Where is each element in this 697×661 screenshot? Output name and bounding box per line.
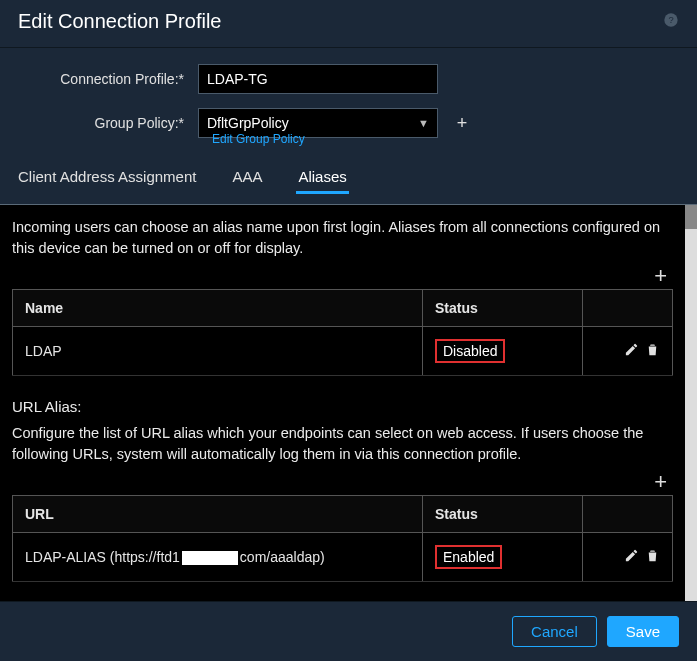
tab-aaa[interactable]: AAA xyxy=(232,158,278,204)
table-row: LDAP-ALIAS (https://ftd1com/aaaldap) Ena… xyxy=(13,533,673,582)
edit-icon[interactable] xyxy=(624,548,639,566)
edit-group-policy-link[interactable]: Edit Group Policy xyxy=(212,132,679,146)
scrollbar[interactable] xyxy=(685,205,697,601)
scrollbar-thumb[interactable] xyxy=(685,205,697,229)
delete-icon[interactable] xyxy=(645,342,660,360)
connection-profile-input[interactable] xyxy=(198,64,438,94)
url-alias-actions-cell xyxy=(583,533,673,582)
tab-bar: Client Address Assignment AAA Aliases xyxy=(0,158,697,205)
chevron-down-icon: ▼ xyxy=(418,117,429,129)
url-alias-toolbar: + xyxy=(12,471,673,495)
aliases-intro-text: Incoming users can choose an alias name … xyxy=(12,217,673,259)
redacted-segment xyxy=(182,551,238,565)
aliases-toolbar: + xyxy=(12,265,673,289)
url-suffix: com/aaaldap) xyxy=(240,549,325,565)
alias-actions-cell xyxy=(583,327,673,376)
svg-text:?: ? xyxy=(668,15,673,25)
cancel-button[interactable]: Cancel xyxy=(512,616,597,647)
url-alias-table: URL Status LDAP-ALIAS (https://ftd1com/a… xyxy=(12,495,673,582)
modal-title: Edit Connection Profile xyxy=(18,10,221,33)
aliases-col-status: Status xyxy=(423,290,583,327)
add-alias-button[interactable]: + xyxy=(648,265,673,289)
url-alias-heading: URL Alias: xyxy=(12,398,673,415)
connection-profile-row: Connection Profile:* xyxy=(18,64,679,94)
group-policy-label: Group Policy:* xyxy=(18,115,198,131)
table-row: LDAP Disabled xyxy=(13,327,673,376)
url-alias-col-actions xyxy=(583,496,673,533)
url-alias-status-cell: Enabled xyxy=(423,533,583,582)
tab-content-wrap: Incoming users can choose an alias name … xyxy=(0,205,697,601)
tab-client-address-assignment[interactable]: Client Address Assignment xyxy=(18,158,212,204)
url-alias-intro-text: Configure the list of URL alias which yo… xyxy=(12,423,673,465)
alias-status-cell: Disabled xyxy=(423,327,583,376)
form-area: Connection Profile:* Group Policy:* Dflt… xyxy=(0,48,697,152)
help-icon[interactable]: ? xyxy=(663,12,679,32)
add-group-policy-button[interactable]: + xyxy=(450,111,474,135)
modal-footer: Cancel Save xyxy=(0,601,697,661)
url-prefix: LDAP-ALIAS (https://ftd1 xyxy=(25,549,180,565)
status-badge: Enabled xyxy=(435,545,502,569)
url-alias-url-cell: LDAP-ALIAS (https://ftd1com/aaaldap) xyxy=(13,533,423,582)
group-policy-value: DfltGrpPolicy xyxy=(207,115,289,131)
tab-aliases[interactable]: Aliases xyxy=(298,158,362,204)
url-alias-col-url: URL xyxy=(13,496,423,533)
alias-name-cell: LDAP xyxy=(13,327,423,376)
url-alias-col-status: Status xyxy=(423,496,583,533)
aliases-tab-content: Incoming users can choose an alias name … xyxy=(0,205,685,601)
aliases-col-actions xyxy=(583,290,673,327)
status-badge: Disabled xyxy=(435,339,505,363)
aliases-col-name: Name xyxy=(13,290,423,327)
connection-profile-label: Connection Profile:* xyxy=(18,71,198,87)
edit-connection-profile-modal: Edit Connection Profile ? Connection Pro… xyxy=(0,0,697,661)
aliases-table: Name Status LDAP Disabled xyxy=(12,289,673,376)
delete-icon[interactable] xyxy=(645,548,660,566)
edit-icon[interactable] xyxy=(624,342,639,360)
modal-header: Edit Connection Profile ? xyxy=(0,0,697,48)
save-button[interactable]: Save xyxy=(607,616,679,647)
add-url-alias-button[interactable]: + xyxy=(648,471,673,495)
